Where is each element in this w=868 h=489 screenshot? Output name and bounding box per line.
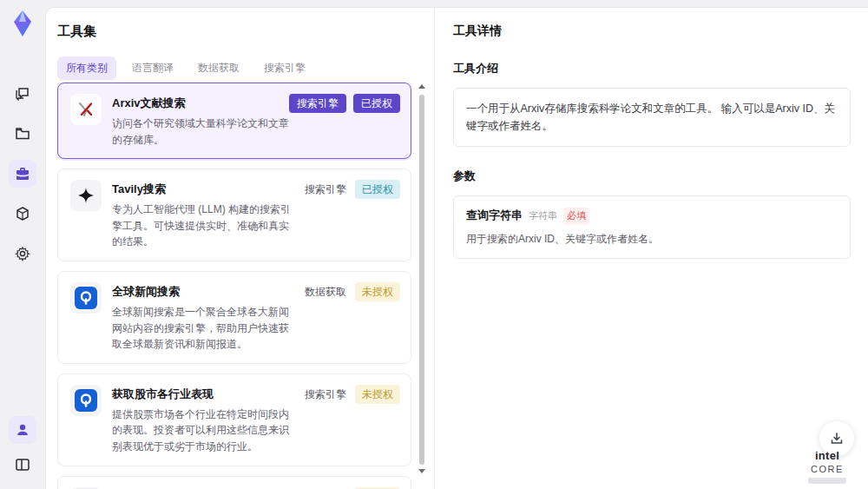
sidebar-item-collapse[interactable] <box>9 451 36 479</box>
tool-details-panel: 工具详情 工具介绍 一个用于从Arxiv存储库搜索科学论文和文章的工具。 输入可… <box>436 8 868 489</box>
tool-tags: 搜索引擎 未授权 <box>303 385 400 404</box>
tab-3[interactable]: 搜索引擎 <box>255 56 314 80</box>
chat-icon <box>14 85 31 102</box>
param-type: 字符串 <box>529 209 557 222</box>
app-logo <box>8 9 37 38</box>
param-required-badge: 必填 <box>563 208 589 224</box>
tool-name: Tavily搜索 <box>112 182 296 197</box>
download-icon <box>829 431 845 446</box>
auth-status-badge: 未授权 <box>355 385 400 404</box>
category-tag: 搜索引擎 <box>303 386 348 403</box>
auth-status-badge: 已授权 <box>355 180 400 199</box>
tool-name: 获取股市各行业表现 <box>112 387 296 402</box>
tool-tags: 搜索引擎 已授权 <box>303 180 400 199</box>
sidebar-item-files[interactable] <box>9 120 36 148</box>
param-description: 用于搜索的Arxiv ID、关键字或作者姓名。 <box>466 232 838 247</box>
sidebar-rail <box>0 0 45 489</box>
scrollbar-thumb[interactable] <box>419 95 424 465</box>
tools-panel: 工具集 所有类别语言翻译数据获取搜索引擎 Arxiv文献搜索 访问各个研究领域大… <box>46 8 435 489</box>
page-title: 工具集 <box>57 23 434 40</box>
tool-list: Arxiv文献搜索 访问各个研究领域大量科学论文和文章的存储库。 搜索引擎 已授… <box>57 83 411 489</box>
tool-card[interactable]: Arxiv文献搜索 访问各个研究领域大量科学论文和文章的存储库。 搜索引擎 已授… <box>57 83 411 159</box>
sidebar-bottom <box>9 416 36 479</box>
tool-tags: 搜索引擎 已授权 <box>289 94 400 113</box>
category-tag: 搜索引擎 <box>303 181 348 198</box>
intel-core-logo: intel CORE <box>800 449 854 475</box>
tool-card[interactable]: 获取市场最活跃股票信息 提供当天交易量最高的股票列表，投资者可以利用这些信息来识… <box>57 476 411 489</box>
sidebar-item-chat[interactable] <box>9 80 36 108</box>
intel-logo-text: intel <box>815 449 839 462</box>
tab-2[interactable]: 数据获取 <box>189 56 248 80</box>
auth-status-badge: 已授权 <box>353 94 400 113</box>
category-tabs: 所有类别语言翻译数据获取搜索引擎 <box>57 56 434 80</box>
sidebar-item-settings[interactable] <box>9 240 36 268</box>
processor-badge <box>808 478 846 484</box>
sidebar-item-plugins[interactable] <box>9 200 36 228</box>
category-tag: 数据获取 <box>303 283 348 301</box>
tool-description: 提供股票市场各个行业在特定时间段内的表现。投资者可以利用这些信息来识别表现优于或… <box>112 406 296 455</box>
tab-0[interactable]: 所有类别 <box>57 56 116 80</box>
tool-card[interactable]: Tavily搜索 专为人工智能代理 (LLM) 构建的搜索引擎工具。可快速提供实… <box>57 169 411 261</box>
list-scrollbar[interactable] <box>418 84 425 480</box>
tab-1[interactable]: 语言翻译 <box>123 56 182 80</box>
panel-icon <box>14 456 31 473</box>
intro-section-title: 工具介绍 <box>453 61 851 76</box>
tool-description: 访问各个研究领域大量科学论文和文章的存储库。 <box>112 116 296 148</box>
arxiv-logo-icon <box>70 94 102 125</box>
param-name: 查询字符串 <box>466 208 523 223</box>
folder-icon <box>14 125 31 142</box>
tavily-logo-icon <box>70 180 102 211</box>
param-box: 查询字符串 字符串 必填 用于搜索的Arxiv ID、关键字或作者姓名。 <box>453 195 851 259</box>
param-header: 查询字符串 字符串 必填 <box>466 208 838 224</box>
category-tag: 搜索引擎 <box>289 94 346 113</box>
sidebar-items <box>9 80 36 268</box>
details-title: 工具详情 <box>453 23 851 39</box>
tool-name: Arxiv文献搜索 <box>112 96 296 111</box>
tool-card[interactable]: 获取股市各行业表现 提供股票市场各个行业在特定时间段内的表现。投资者可以利用这些… <box>57 373 411 466</box>
sidebar-item-toolbox[interactable] <box>9 160 36 188</box>
q-search-logo-icon <box>70 282 102 314</box>
tool-tags: 数据获取 未授权 <box>303 282 400 301</box>
q-search-logo-icon <box>70 385 102 416</box>
core-logo-text: CORE <box>811 464 844 474</box>
content-area: 工具集 所有类别语言翻译数据获取搜索引擎 Arxiv文献搜索 访问各个研究领域大… <box>45 7 868 489</box>
tool-description: 专为人工智能代理 (LLM) 构建的搜索引擎工具。可快速提供实时、准确和真实的结… <box>112 202 296 250</box>
scroll-up-arrow[interactable] <box>418 84 425 89</box>
cube-icon <box>14 205 31 222</box>
auth-status-badge: 未授权 <box>355 282 400 301</box>
user-icon <box>15 422 30 438</box>
tool-description: 全球新闻搜索是一个聚合全球各大新闻网站内容的搜索引擎，帮助用户快速获取全球最新资… <box>112 304 296 353</box>
sidebar-item-account[interactable] <box>9 416 36 444</box>
tool-name: 全球新闻搜索 <box>112 284 296 300</box>
briefcase-icon <box>14 165 31 182</box>
gear-icon <box>14 245 31 262</box>
tool-card[interactable]: 全球新闻搜索 全球新闻搜索是一个聚合全球各大新闻网站内容的搜索引擎，帮助用户快速… <box>57 271 411 364</box>
intel-core-badge: intel CORE <box>800 449 854 484</box>
intro-box: 一个用于从Arxiv存储库搜索科学论文和文章的工具。 输入可以是Arxiv ID… <box>453 88 851 147</box>
scroll-down-arrow[interactable] <box>418 469 425 473</box>
params-section-title: 参数 <box>453 169 851 184</box>
